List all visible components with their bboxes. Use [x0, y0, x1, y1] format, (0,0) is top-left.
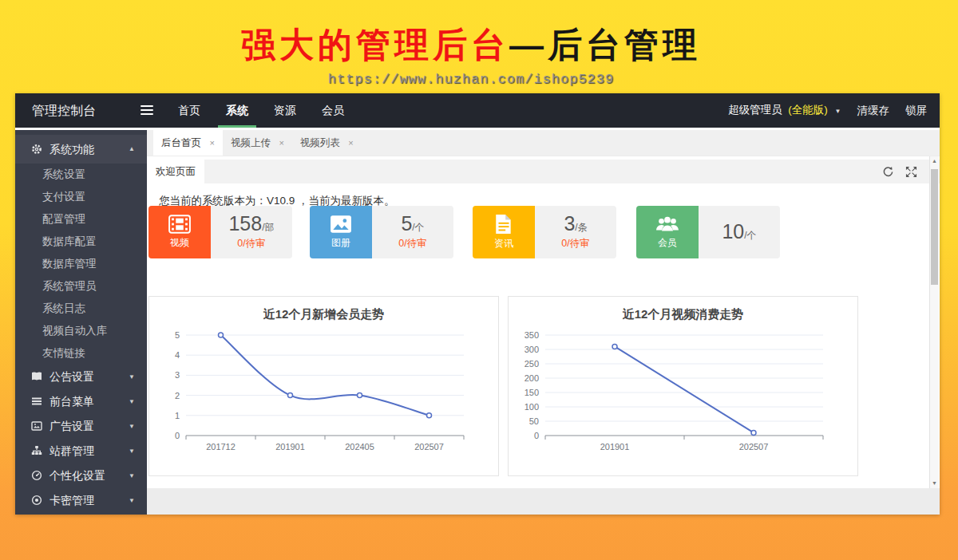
sidebar-item-database-config[interactable]: 数据库配置: [15, 231, 147, 253]
film-icon: [168, 215, 191, 234]
sidebar-section-site-group-management[interactable]: 站群管理 ▼: [15, 439, 147, 463]
stat-card-video[interactable]: 视频 158/部 0/待审: [148, 206, 292, 258]
banner-title-black: —后台管理: [509, 26, 701, 64]
sidebar-item-system-log[interactable]: 系统日志: [15, 298, 147, 320]
stat-card-member[interactable]: 会员 10/个: [636, 206, 780, 258]
banner-title-red: 强大的管理后台: [241, 26, 509, 64]
sidebar-section-label: 公告设置: [49, 370, 94, 383]
svg-text:150: 150: [525, 388, 539, 397]
subtab-welcome[interactable]: 欢迎页面: [147, 160, 204, 183]
gear-icon: [31, 136, 42, 148]
nav-item-system[interactable]: 系统: [213, 93, 261, 128]
stat-unit: /条: [575, 222, 587, 233]
close-icon[interactable]: ×: [279, 138, 283, 148]
svg-text:202507: 202507: [739, 442, 769, 452]
header-right: 超级管理员 (全能版) ▼ 清缓存 锁屏: [728, 93, 927, 128]
video-consumption-chart-card: 050100150200250300350201901202507 近12个月视…: [508, 296, 858, 476]
stat-value: 158: [228, 212, 262, 235]
svg-text:250: 250: [525, 359, 539, 369]
nav-item-members[interactable]: 会员: [309, 93, 357, 128]
sidebar-item-config-management[interactable]: 配置管理: [15, 208, 147, 231]
sidebar-item-payment-settings[interactable]: 支付设置: [15, 186, 147, 208]
stat-label: 资讯: [494, 237, 513, 250]
content-bottom-gap: [147, 488, 940, 515]
svg-text:50: 50: [529, 416, 539, 426]
svg-text:100: 100: [525, 402, 539, 412]
sidebar-item-database-management[interactable]: 数据库管理: [15, 253, 147, 275]
image-icon: [330, 215, 352, 234]
refresh-icon[interactable]: [882, 166, 894, 178]
chevron-down-icon: ▼: [129, 414, 135, 439]
sidebar-item-system-settings[interactable]: 系统设置: [15, 164, 147, 186]
sidebar-section-ad-settings[interactable]: 广告设置 ▼: [15, 414, 147, 439]
header-divider: [15, 128, 940, 130]
scroll-up-icon[interactable]: ▲: [930, 156, 939, 166]
content-area: 后台首页 × 视频上传 × 视频列表 × 欢迎页面 您当前的系统版本为：V10.…: [147, 130, 940, 515]
stat-label: 会员: [658, 236, 677, 250]
chevron-down-icon: ▼: [129, 463, 135, 488]
svg-text:202405: 202405: [345, 442, 374, 452]
close-icon[interactable]: ×: [209, 138, 214, 148]
sidebar-section-personalization-settings[interactable]: 个性化设置 ▼: [15, 463, 147, 488]
tab-label: 视频上传: [231, 137, 271, 148]
nav-item-resources[interactable]: 资源: [261, 93, 309, 128]
stat-pending: 0/待审: [372, 237, 453, 250]
sidebar-item-friend-links[interactable]: 友情链接: [15, 342, 147, 365]
stat-unit: /部: [262, 222, 274, 233]
video-consumption-chart: 050100150200250300350201901202507: [509, 297, 857, 475]
nav-item-home[interactable]: 首页: [165, 93, 213, 128]
chevron-down-icon: ▼: [129, 365, 135, 389]
svg-text:201712: 201712: [206, 442, 236, 452]
svg-text:201901: 201901: [600, 442, 630, 452]
svg-text:0: 0: [175, 431, 180, 440]
sidebar-item-system-admin[interactable]: 系统管理员: [15, 275, 147, 298]
stat-value: 3: [564, 212, 575, 235]
stat-card-news[interactable]: 资讯 3/条 0/待审: [473, 206, 616, 258]
stat-value: 10: [722, 220, 744, 243]
svg-text:0: 0: [534, 431, 539, 440]
top-header: 管理控制台 首页 系统 资源 会员 超级管理员 (全能版) ▼ 清缓存 锁屏: [15, 93, 940, 128]
stat-pending: 0/待审: [211, 237, 292, 250]
stat-value: 5: [401, 212, 412, 235]
tab-video-list[interactable]: 视频列表 ×: [292, 130, 362, 156]
menu-toggle-icon[interactable]: [141, 105, 153, 116]
fullscreen-icon[interactable]: [905, 166, 917, 178]
main-nav: 首页 系统 资源 会员: [165, 93, 357, 128]
user-menu[interactable]: 超级管理员 (全能版) ▼: [728, 93, 841, 128]
clear-cache-button[interactable]: 清缓存: [857, 93, 890, 128]
panel-subheader: 欢迎页面: [147, 160, 940, 183]
sidebar-section-frontend-menu[interactable]: 前台菜单 ▼: [15, 389, 147, 414]
sidebar-section-announcement-settings[interactable]: 公告设置 ▼: [15, 365, 147, 389]
sidebar-item-video-auto-import[interactable]: 视频自动入库: [15, 320, 147, 342]
svg-text:200: 200: [525, 373, 539, 383]
svg-text:3: 3: [175, 370, 180, 380]
tab-label: 视频列表: [300, 137, 340, 148]
tab-label: 后台首页: [161, 137, 201, 148]
banner-url: https://www.huzhan.com/ishop5239: [0, 72, 942, 87]
sidebar-section-system-functions[interactable]: 系统功能 ▲: [15, 135, 147, 164]
stat-card-album[interactable]: 图册 5/个 0/待审: [310, 206, 453, 258]
menu-icon: [31, 391, 42, 402]
admin-window: 管理控制台 首页 系统 资源 会员 超级管理员 (全能版) ▼ 清缓存 锁屏 系…: [15, 93, 940, 515]
sidebar-section-card-key-management[interactable]: 卡密管理 ▼: [15, 488, 147, 513]
chevron-up-icon: ▲: [129, 135, 135, 164]
chevron-down-icon: ▼: [129, 389, 135, 414]
tab-video-upload[interactable]: 视频上传 ×: [223, 130, 292, 156]
svg-text:202507: 202507: [414, 442, 444, 452]
book-icon: [31, 366, 42, 377]
target-icon: [31, 490, 42, 501]
sitemap-icon: [31, 440, 42, 452]
banner-title: 强大的管理后台—后台管理: [0, 22, 942, 69]
svg-text:201901: 201901: [275, 442, 305, 452]
svg-text:1: 1: [175, 411, 180, 420]
stat-unit: /个: [744, 230, 756, 241]
scrollbar-thumb[interactable]: [931, 169, 938, 285]
tab-home[interactable]: 后台首页 ×: [153, 130, 223, 156]
version-text: 您当前的系统版本为：V10.9 ，当前为最新版本。: [147, 183, 940, 208]
vertical-scrollbar[interactable]: ▲ ▼: [929, 156, 939, 488]
scroll-down-icon[interactable]: ▼: [930, 479, 939, 488]
svg-text:2: 2: [175, 391, 180, 400]
close-icon[interactable]: ×: [348, 138, 353, 148]
lock-screen-button[interactable]: 锁屏: [905, 93, 927, 128]
stat-unit: /个: [412, 222, 424, 233]
